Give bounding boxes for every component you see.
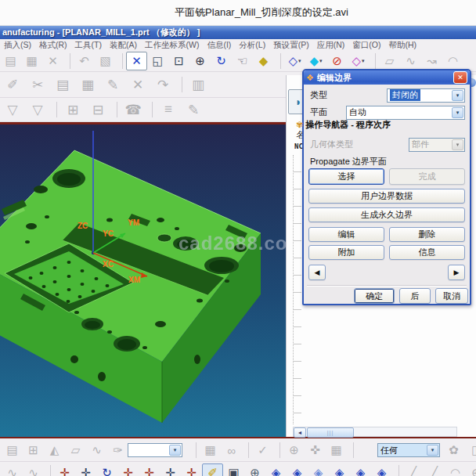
chevron-down-icon[interactable]: ▾ <box>298 58 301 64</box>
transform-move-icon: ▱ <box>65 441 86 460</box>
copy-icon: ▤ <box>0 52 21 70</box>
shaded-display-icon[interactable]: ◆▾ <box>305 52 326 70</box>
type-row: 类型 封闭的 ▾ <box>310 88 465 103</box>
milling-tool-icon: ◗ <box>295 96 301 108</box>
type-combo[interactable]: 封闭的 ▾ <box>387 88 465 103</box>
menu-item[interactable]: 分析(L) <box>235 40 269 51</box>
unsection-icon[interactable]: ⊘ <box>326 52 348 70</box>
back-button[interactable]: 后 <box>399 288 431 304</box>
chevron-down-icon[interactable]: ▾ <box>452 107 463 118</box>
window-title-text: anufacturing - [PLANAR_MILL_1.prt （修改的） … <box>2 27 200 38</box>
menu-item[interactable]: 工具(T) <box>71 40 106 51</box>
menu-item[interactable]: 帮助(H) <box>384 40 420 51</box>
create-permanent-boundary-button[interactable]: 生成永久边界 <box>308 207 465 222</box>
model-mold-plate[interactable] <box>0 150 261 423</box>
find-zoom-icon[interactable]: ⊕ <box>244 463 265 476</box>
perspective-icon[interactable]: ◆ <box>253 52 274 70</box>
fit-view-icon[interactable]: ✕ <box>126 52 147 70</box>
wcs-display-icon[interactable]: ✛ <box>181 463 202 476</box>
next-boundary-button[interactable]: ▶ <box>448 265 465 280</box>
toolbar-separator <box>117 53 123 69</box>
menu-item[interactable]: 格式(R) <box>35 40 71 51</box>
verify-icon: ✓ <box>252 441 273 460</box>
selection-filter-combo[interactable]: 任何 ▾ <box>377 443 440 457</box>
wcs-align-icon[interactable]: ✛ <box>160 463 181 476</box>
viewport-3d[interactable]: ZC YC XC YM XM cad2688.com <box>0 124 286 437</box>
menu-item[interactable]: 工作坐标系(W) <box>141 40 203 51</box>
ok-button[interactable]: 确定 <box>354 288 395 304</box>
flashlight-icon[interactable]: ✐ <box>202 463 223 476</box>
export-data-icon: ☎ <box>121 99 146 121</box>
chevron-down-icon[interactable]: ▾ <box>169 445 181 456</box>
align-faces-icon: ◭ <box>44 441 65 460</box>
chevron-down-icon[interactable]: ▾ <box>362 58 365 64</box>
zoom-area-icon[interactable]: ⊡ <box>168 52 189 70</box>
wcs-set-icon[interactable]: ✛ <box>139 463 160 476</box>
datum-6-icon[interactable]: ◈ <box>371 463 392 476</box>
toolbar-separator <box>191 442 197 458</box>
chevron-down-icon[interactable]: ▾ <box>452 90 463 101</box>
menu-item[interactable]: 预设置(P) <box>269 40 313 51</box>
window-titlebar[interactable]: anufacturing - [PLANAR_MILL_1.prt （修改的） … <box>0 26 476 39</box>
list-view-icon: ▥ <box>186 74 211 96</box>
edit-boundary-dialog: ❖ 编辑边界 ✕ 类型 封闭的 ▾ 平面 自动 ▾ 几何体类型 <box>302 69 471 305</box>
wcs-origin-icon[interactable]: ✛ <box>75 463 96 476</box>
datum-1-icon[interactable]: ◈ <box>265 463 287 476</box>
indent-list-icon: ≡ <box>156 99 181 121</box>
chevron-down-icon[interactable]: ▾ <box>427 445 438 456</box>
info-button[interactable]: 信息 <box>389 245 465 260</box>
chevron-down-icon[interactable]: ▾ <box>319 58 323 64</box>
wcs-rotate-icon[interactable]: ↻ <box>96 463 117 476</box>
zoom-box-icon[interactable]: ◱ <box>147 52 168 70</box>
dialog-titlebar[interactable]: ❖ 编辑边界 ✕ <box>304 70 470 85</box>
append-button[interactable]: 附加 <box>308 245 384 260</box>
expand-tree-icon: ⊞ <box>60 99 85 121</box>
boundary-dialog-icon: ❖ <box>306 73 314 83</box>
plane-combo[interactable]: 自动 ▾ <box>346 106 465 120</box>
snap-line2-icon: ╱ <box>424 463 445 476</box>
datum-3-icon[interactable]: ◈ <box>308 463 329 476</box>
toolbar-separator <box>112 102 117 117</box>
delete-object-icon: ✕ <box>125 74 150 96</box>
done-button: 完成 <box>389 168 465 185</box>
zoom-in-out-icon[interactable]: ⊕ <box>189 52 211 70</box>
navigator-hscrollbar[interactable]: ◂ ||| <box>293 427 457 437</box>
save-part-icon[interactable]: ▣ <box>223 463 244 476</box>
edit-note-icon: ✎ <box>181 99 206 121</box>
menu-item[interactable]: 窗口(O) <box>348 40 384 51</box>
edit-button[interactable]: 编辑 <box>308 227 384 242</box>
video-title: 平面铣Planar_Mill_切削深度的设定.avi <box>0 0 476 26</box>
scroll-left-icon[interactable]: ◂ <box>294 427 306 438</box>
cancel-button[interactable]: 取消 <box>435 288 468 304</box>
delete-button[interactable]: 删除 <box>389 227 465 242</box>
select-button[interactable]: 选择 <box>308 168 384 185</box>
scrollbar-thumb[interactable]: ||| <box>307 427 354 438</box>
axis-label-zc: ZC <box>78 222 88 230</box>
menu-item[interactable]: 装配(A) <box>106 40 141 51</box>
datum-2-icon[interactable]: ◈ <box>287 463 308 476</box>
menu-bar: 插入(S)格式(R)工具(T)装配(A)工作坐标系(W)信息(I)分析(L)预设… <box>0 39 476 52</box>
menu-item[interactable]: 信息(I) <box>203 40 235 51</box>
wireframe-display-icon[interactable]: ◇▾ <box>284 52 305 70</box>
chevron-down-icon: ▾ <box>452 139 463 150</box>
datum-5-icon[interactable]: ◈ <box>350 463 371 476</box>
user-boundary-data-button[interactable]: 用户边界数据 <box>308 189 465 204</box>
wcs-dynamic-icon[interactable]: ✛ <box>54 463 75 476</box>
menu-item[interactable]: 插入(S) <box>0 40 35 51</box>
section-display-icon[interactable]: ◇▾ <box>348 52 369 70</box>
prev-boundary-button[interactable]: ◀ <box>308 265 326 280</box>
pan-view-icon[interactable]: ☜ <box>232 52 253 70</box>
csys-tool-icon: ✜ <box>305 441 326 460</box>
close-icon[interactable]: ✕ <box>453 71 467 84</box>
graphics-viewport[interactable]: ZC YC XC YM XM cad2688.com <box>0 124 286 437</box>
wcs-orient-icon[interactable]: ✛ <box>117 463 139 476</box>
watermark-text: cad2688.com <box>178 233 286 254</box>
palette-icon: ✿ <box>443 441 464 460</box>
snap-arc-icon: ◠ <box>445 463 466 476</box>
menu-item[interactable]: 应用(N) <box>313 40 349 51</box>
expression-combo[interactable]: ▾ <box>128 443 182 457</box>
point-snap-icon: ⊕ <box>283 441 305 460</box>
datum-4-icon[interactable]: ◈ <box>329 463 350 476</box>
geometry-type-value: 部件 <box>412 139 429 150</box>
rotate-view-icon[interactable]: ↻ <box>211 52 232 70</box>
